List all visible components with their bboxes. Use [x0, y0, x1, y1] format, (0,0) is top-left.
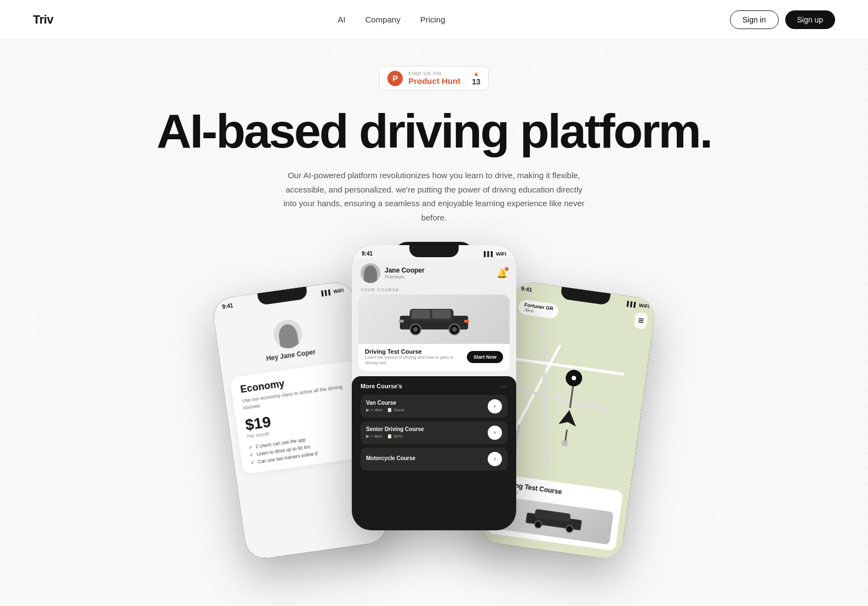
hero-heading: AI-based driving platform.	[133, 107, 735, 155]
nav-arrow-icon	[556, 406, 580, 431]
map-controls-icon: ≡	[634, 312, 648, 330]
phone-center: 9:41 ▌▌▌ WiFi Jane Cooper Premium	[352, 245, 516, 530]
nav-link-company[interactable]: Company	[365, 15, 400, 24]
center-user: Jane Cooper Premium	[361, 263, 425, 283]
course-desc: Learn the basics of driving and how to p…	[365, 355, 467, 366]
course-title: Driving Test Course	[365, 348, 467, 355]
time-right: 9:41	[521, 285, 532, 293]
course-card: Driving Test Course Learn the basics of …	[358, 294, 510, 371]
phone-notch-center	[409, 245, 459, 257]
nav-link-pricing[interactable]: Pricing	[420, 15, 446, 24]
center-name: Jane Cooper	[385, 267, 425, 274]
product-hunt-text: FIND US ON Product Hunt	[408, 71, 460, 86]
status-icons-left: ▌▌▌ WiFi	[321, 287, 344, 296]
svg-rect-2	[412, 310, 430, 319]
navbar: Triv AI Company Pricing Sign in Sign up	[0, 0, 868, 39]
progress-icon: 📋 Done	[387, 407, 404, 412]
product-hunt-name: Product Hunt	[408, 76, 460, 86]
progress-icon-2: 📋 80%	[387, 434, 402, 439]
nav-icon-2: ▶ > 8km	[366, 434, 382, 439]
svg-point-7	[452, 327, 457, 332]
start-now-button[interactable]: Start Now	[467, 351, 503, 363]
course-row-senior: Senior Driving Course ▶ > 8km 📋 80% ›	[361, 421, 507, 444]
time-center: 9:41	[362, 251, 373, 257]
center-header: Jane Cooper Premium 🔔	[352, 259, 516, 287]
nav-actions: Sign in Sign up	[730, 10, 835, 29]
course-arrow-btn-senior[interactable]: ›	[488, 426, 502, 440]
more-courses-section: More Course's ··· Van Course ▶ > 4km 📋 D…	[352, 376, 516, 530]
phones-section: 9:41 ▌▌▌ WiFi Hey Jane Coper Economy Use…	[0, 300, 868, 530]
svg-rect-8	[399, 320, 404, 322]
time-left: 9:41	[222, 303, 233, 310]
course-arrow-btn-van[interactable]: ›	[488, 399, 502, 414]
svg-point-5	[413, 327, 418, 332]
center-plan: Premium	[385, 274, 425, 280]
economy-card: Economy Use our economy class to active …	[230, 360, 369, 474]
more-options-icon[interactable]: ···	[501, 382, 507, 390]
center-avatar	[361, 263, 380, 283]
phone-center-wrapper: 9:41 ▌▌▌ WiFi Jane Cooper Premium	[352, 245, 516, 530]
product-hunt-count: ▲ 13	[466, 70, 481, 86]
avatar-left	[272, 318, 304, 350]
screen-center: 9:41 ▌▌▌ WiFi Jane Cooper Premium	[352, 245, 516, 530]
course-label: YOUR COURSE	[352, 287, 516, 294]
course-arrow-btn-moto[interactable]: ›	[488, 452, 502, 466]
product-hunt-icon: P	[387, 71, 403, 86]
location-dot-icon	[564, 369, 583, 387]
svg-marker-10	[558, 409, 578, 427]
nav-icon: ▶ > 4km	[366, 407, 382, 412]
svg-rect-3	[432, 310, 450, 319]
left-greeting: Hey Jane Coper	[266, 348, 316, 363]
product-hunt-badge[interactable]: P FIND US ON Product Hunt ▲ 13	[379, 66, 489, 90]
course-row-van: Van Course ▶ > 4km 📋 Done ›	[361, 395, 507, 418]
signup-button[interactable]: Sign up	[785, 10, 835, 29]
more-courses-title: More Course's	[361, 383, 402, 389]
route-line	[569, 386, 574, 408]
upvote-arrow-icon: ▲	[473, 70, 479, 77]
map-location-badge: Fortuner GR .9km	[518, 299, 559, 319]
signin-button[interactable]: Sign in	[730, 10, 779, 29]
find-us-label: FIND US ON	[408, 71, 441, 76]
car-image	[358, 294, 510, 344]
hero-subtext: Our AI-powered platform revolutionizes h…	[281, 168, 587, 224]
svg-rect-9	[464, 320, 469, 322]
bell-icon: 🔔	[496, 268, 507, 279]
course-row-moto: Motorcycle Course ›	[361, 448, 507, 471]
nav-logo[interactable]: Triv	[33, 13, 53, 27]
course-footer: Driving Test Course Learn the basics of …	[358, 344, 510, 371]
nav-links: AI Company Pricing	[338, 15, 445, 25]
upvote-count: 13	[472, 77, 481, 86]
nav-link-ai[interactable]: AI	[338, 15, 345, 24]
